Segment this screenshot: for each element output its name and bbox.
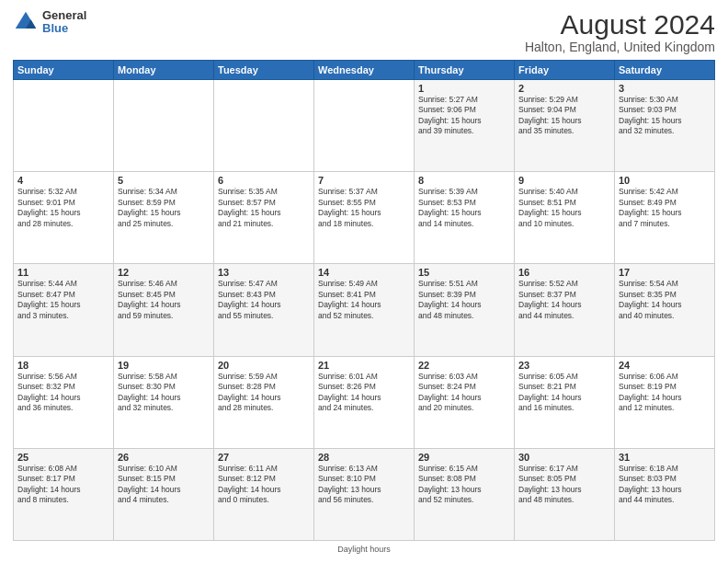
calendar-cell-w4-d3: 21Sunrise: 6:01 AM Sunset: 8:26 PM Dayli… bbox=[314, 356, 415, 448]
calendar-cell-w4-d4: 22Sunrise: 6:03 AM Sunset: 8:24 PM Dayli… bbox=[415, 356, 515, 448]
day-info: Sunrise: 6:11 AM Sunset: 8:12 PM Dayligh… bbox=[218, 464, 310, 506]
day-number: 11 bbox=[17, 267, 109, 278]
calendar-cell-w4-d6: 24Sunrise: 6:06 AM Sunset: 8:19 PM Dayli… bbox=[615, 356, 715, 448]
title-block: August 2024 Halton, England, United King… bbox=[525, 9, 715, 54]
day-number: 2 bbox=[518, 83, 610, 94]
calendar-cell-w2-d1: 5Sunrise: 5:34 AM Sunset: 8:59 PM Daylig… bbox=[114, 172, 214, 264]
day-number: 24 bbox=[619, 360, 711, 371]
day-info: Sunrise: 5:42 AM Sunset: 8:49 PM Dayligh… bbox=[619, 187, 711, 229]
day-number: 20 bbox=[218, 360, 310, 371]
day-number: 15 bbox=[418, 267, 510, 278]
week-row-5: 25Sunrise: 6:08 AM Sunset: 8:17 PM Dayli… bbox=[14, 448, 715, 540]
calendar-cell-w3-d3: 14Sunrise: 5:49 AM Sunset: 8:41 PM Dayli… bbox=[314, 264, 415, 356]
day-number: 31 bbox=[619, 452, 711, 463]
day-number: 26 bbox=[118, 452, 210, 463]
day-info: Sunrise: 6:06 AM Sunset: 8:19 PM Dayligh… bbox=[619, 372, 711, 414]
day-number: 1 bbox=[418, 83, 510, 94]
week-row-1: 1Sunrise: 5:27 AM Sunset: 9:06 PM Daylig… bbox=[14, 80, 715, 172]
calendar-cell-w5-d5: 30Sunrise: 6:17 AM Sunset: 8:05 PM Dayli… bbox=[515, 448, 615, 540]
logo-text: General Blue bbox=[42, 9, 86, 36]
day-number: 23 bbox=[518, 360, 610, 371]
week-row-4: 18Sunrise: 5:56 AM Sunset: 8:32 PM Dayli… bbox=[14, 356, 715, 448]
day-info: Sunrise: 5:27 AM Sunset: 9:06 PM Dayligh… bbox=[418, 95, 510, 137]
day-number: 28 bbox=[318, 452, 410, 463]
logo-general: General bbox=[42, 9, 86, 22]
weekday-header-row: SundayMondayTuesdayWednesdayThursdayFrid… bbox=[14, 61, 715, 80]
day-number: 13 bbox=[218, 267, 310, 278]
day-info: Sunrise: 5:34 AM Sunset: 8:59 PM Dayligh… bbox=[118, 187, 210, 229]
day-info: Sunrise: 6:08 AM Sunset: 8:17 PM Dayligh… bbox=[17, 464, 109, 506]
subtitle: Halton, England, United Kingdom bbox=[525, 40, 715, 54]
day-number: 29 bbox=[418, 452, 510, 463]
calendar-cell-w4-d1: 19Sunrise: 5:58 AM Sunset: 8:30 PM Dayli… bbox=[114, 356, 214, 448]
day-info: Sunrise: 5:51 AM Sunset: 8:39 PM Dayligh… bbox=[418, 279, 510, 321]
day-number: 5 bbox=[118, 175, 210, 186]
logo: General Blue bbox=[13, 9, 86, 36]
day-info: Sunrise: 5:29 AM Sunset: 9:04 PM Dayligh… bbox=[518, 95, 610, 137]
calendar-cell-w3-d2: 13Sunrise: 5:47 AM Sunset: 8:43 PM Dayli… bbox=[214, 264, 314, 356]
calendar-cell-w3-d1: 12Sunrise: 5:46 AM Sunset: 8:45 PM Dayli… bbox=[114, 264, 214, 356]
calendar-cell-w1-d0 bbox=[14, 80, 114, 172]
weekday-thursday: Thursday bbox=[415, 61, 515, 80]
day-info: Sunrise: 6:01 AM Sunset: 8:26 PM Dayligh… bbox=[318, 372, 410, 414]
calendar-cell-w5-d1: 26Sunrise: 6:10 AM Sunset: 8:15 PM Dayli… bbox=[114, 448, 214, 540]
calendar-cell-w5-d4: 29Sunrise: 6:15 AM Sunset: 8:08 PM Dayli… bbox=[415, 448, 515, 540]
calendar-cell-w4-d0: 18Sunrise: 5:56 AM Sunset: 8:32 PM Dayli… bbox=[14, 356, 114, 448]
day-info: Sunrise: 5:54 AM Sunset: 8:35 PM Dayligh… bbox=[619, 279, 711, 321]
day-number: 22 bbox=[418, 360, 510, 371]
week-row-2: 4Sunrise: 5:32 AM Sunset: 9:01 PM Daylig… bbox=[14, 172, 715, 264]
day-info: Sunrise: 5:39 AM Sunset: 8:53 PM Dayligh… bbox=[418, 187, 510, 229]
day-number: 30 bbox=[518, 452, 610, 463]
logo-icon bbox=[13, 9, 39, 35]
calendar-cell-w2-d2: 6Sunrise: 5:35 AM Sunset: 8:57 PM Daylig… bbox=[214, 172, 314, 264]
day-info: Sunrise: 6:05 AM Sunset: 8:21 PM Dayligh… bbox=[518, 372, 610, 414]
calendar-cell-w4-d2: 20Sunrise: 5:59 AM Sunset: 8:28 PM Dayli… bbox=[214, 356, 314, 448]
calendar-cell-w1-d4: 1Sunrise: 5:27 AM Sunset: 9:06 PM Daylig… bbox=[415, 80, 515, 172]
logo-blue: Blue bbox=[42, 22, 86, 35]
calendar-cell-w2-d4: 8Sunrise: 5:39 AM Sunset: 8:53 PM Daylig… bbox=[415, 172, 515, 264]
day-number: 18 bbox=[17, 360, 109, 371]
day-info: Sunrise: 5:47 AM Sunset: 8:43 PM Dayligh… bbox=[218, 279, 310, 321]
page: General Blue August 2024 Halton, England… bbox=[0, 0, 728, 563]
weekday-monday: Monday bbox=[114, 61, 214, 80]
calendar-cell-w1-d6: 3Sunrise: 5:30 AM Sunset: 9:03 PM Daylig… bbox=[615, 80, 715, 172]
calendar-cell-w2-d6: 10Sunrise: 5:42 AM Sunset: 8:49 PM Dayli… bbox=[615, 172, 715, 264]
day-info: Sunrise: 6:15 AM Sunset: 8:08 PM Dayligh… bbox=[418, 464, 510, 506]
day-info: Sunrise: 6:17 AM Sunset: 8:05 PM Dayligh… bbox=[518, 464, 610, 506]
day-info: Sunrise: 6:18 AM Sunset: 8:03 PM Dayligh… bbox=[619, 464, 711, 506]
header: General Blue August 2024 Halton, England… bbox=[13, 9, 715, 54]
calendar-cell-w1-d3 bbox=[314, 80, 415, 172]
day-number: 10 bbox=[619, 175, 711, 186]
day-number: 19 bbox=[118, 360, 210, 371]
day-number: 4 bbox=[17, 175, 109, 186]
calendar-cell-w3-d5: 16Sunrise: 5:52 AM Sunset: 8:37 PM Dayli… bbox=[515, 264, 615, 356]
calendar-cell-w2-d3: 7Sunrise: 5:37 AM Sunset: 8:55 PM Daylig… bbox=[314, 172, 415, 264]
day-info: Sunrise: 5:59 AM Sunset: 8:28 PM Dayligh… bbox=[218, 372, 310, 414]
calendar-cell-w5-d3: 28Sunrise: 6:13 AM Sunset: 8:10 PM Dayli… bbox=[314, 448, 415, 540]
calendar-cell-w1-d2 bbox=[214, 80, 314, 172]
day-info: Sunrise: 6:13 AM Sunset: 8:10 PM Dayligh… bbox=[318, 464, 410, 506]
day-number: 25 bbox=[17, 452, 109, 463]
weekday-friday: Friday bbox=[515, 61, 615, 80]
weekday-sunday: Sunday bbox=[14, 61, 114, 80]
day-number: 21 bbox=[318, 360, 410, 371]
day-number: 7 bbox=[318, 175, 410, 186]
day-number: 9 bbox=[518, 175, 610, 186]
day-info: Sunrise: 5:56 AM Sunset: 8:32 PM Dayligh… bbox=[17, 372, 109, 414]
day-info: Sunrise: 5:46 AM Sunset: 8:45 PM Dayligh… bbox=[118, 279, 210, 321]
week-row-3: 11Sunrise: 5:44 AM Sunset: 8:47 PM Dayli… bbox=[14, 264, 715, 356]
calendar-cell-w5-d6: 31Sunrise: 6:18 AM Sunset: 8:03 PM Dayli… bbox=[615, 448, 715, 540]
calendar-cell-w1-d5: 2Sunrise: 5:29 AM Sunset: 9:04 PM Daylig… bbox=[515, 80, 615, 172]
main-title: August 2024 bbox=[525, 9, 715, 40]
day-info: Sunrise: 5:32 AM Sunset: 9:01 PM Dayligh… bbox=[17, 187, 109, 229]
calendar-cell-w1-d1 bbox=[114, 80, 214, 172]
day-info: Sunrise: 5:44 AM Sunset: 8:47 PM Dayligh… bbox=[17, 279, 109, 321]
weekday-wednesday: Wednesday bbox=[314, 61, 415, 80]
calendar: SundayMondayTuesdayWednesdayThursdayFrid… bbox=[13, 60, 715, 541]
day-number: 6 bbox=[218, 175, 310, 186]
calendar-cell-w3-d0: 11Sunrise: 5:44 AM Sunset: 8:47 PM Dayli… bbox=[14, 264, 114, 356]
calendar-cell-w5-d0: 25Sunrise: 6:08 AM Sunset: 8:17 PM Dayli… bbox=[14, 448, 114, 540]
day-info: Sunrise: 5:58 AM Sunset: 8:30 PM Dayligh… bbox=[118, 372, 210, 414]
calendar-cell-w5-d2: 27Sunrise: 6:11 AM Sunset: 8:12 PM Dayli… bbox=[214, 448, 314, 540]
day-info: Sunrise: 5:35 AM Sunset: 8:57 PM Dayligh… bbox=[218, 187, 310, 229]
